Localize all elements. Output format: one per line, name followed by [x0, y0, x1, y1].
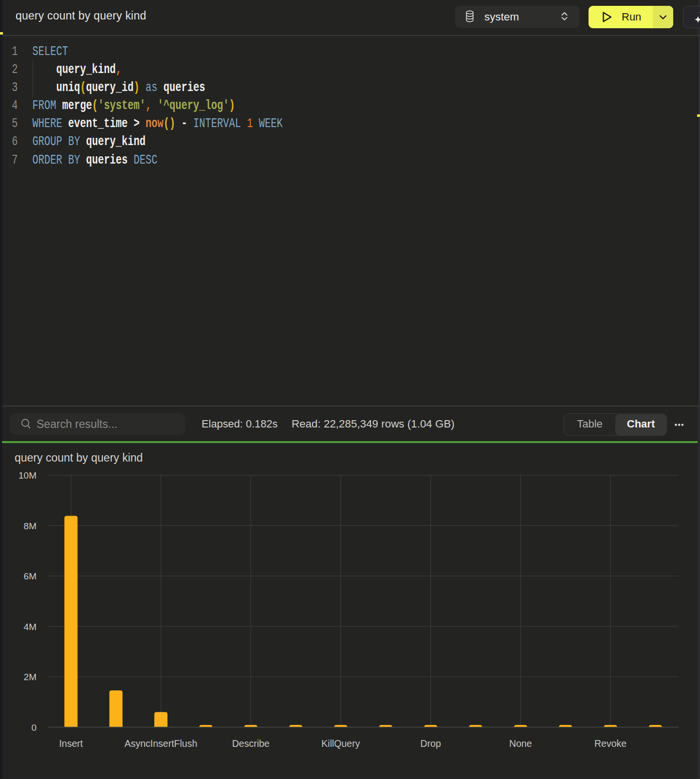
svg-text:None: None: [509, 738, 532, 749]
svg-text:AsyncInsertFlush: AsyncInsertFlush: [125, 738, 198, 749]
svg-text:Drop: Drop: [421, 738, 441, 749]
svg-text:Revoke: Revoke: [594, 738, 626, 749]
svg-text:4M: 4M: [24, 621, 37, 631]
svg-text:6M: 6M: [24, 571, 37, 581]
svg-text:Insert: Insert: [59, 738, 83, 749]
svg-text:KillQuery: KillQuery: [321, 738, 360, 749]
svg-text:8M: 8M: [24, 520, 37, 531]
svg-text:Describe: Describe: [232, 738, 270, 749]
svg-text:2M: 2M: [24, 672, 37, 682]
svg-text:0: 0: [31, 722, 37, 732]
svg-text:10M: 10M: [18, 470, 37, 481]
